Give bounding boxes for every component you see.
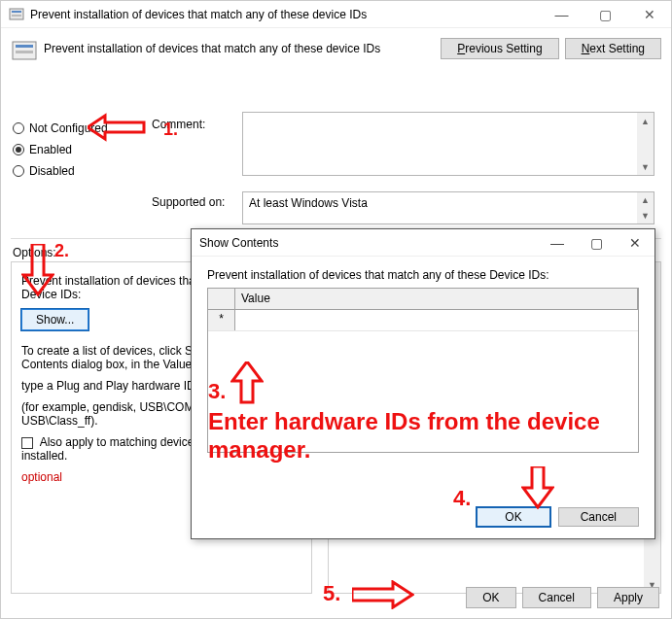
show-button[interactable]: Show... — [21, 309, 88, 330]
table-row[interactable]: * — [208, 310, 638, 331]
scroll-up-icon[interactable]: ▲ — [637, 192, 654, 208]
supported-box: At least Windows Vista ▲ ▼ — [242, 191, 654, 224]
next-setting-button[interactable]: Next Setting — [565, 38, 661, 59]
dialog-titlebar: Show Contents — ▢ ✕ — [192, 229, 654, 257]
close-button[interactable]: ✕ — [627, 1, 671, 27]
radio-not-configured-label: Not Configured — [29, 121, 108, 135]
maximize-button[interactable]: ▢ — [584, 1, 627, 27]
scroll-down-icon[interactable]: ▼ — [637, 158, 654, 175]
scroll-up-icon[interactable]: ▲ — [637, 113, 654, 129]
supported-label: Supported on: — [152, 195, 225, 209]
value-grid: Value * — [207, 288, 639, 453]
grid-header: Value — [208, 289, 638, 310]
dialog-title: Show Contents — [199, 236, 278, 250]
cancel-button[interactable]: Cancel — [522, 587, 591, 608]
policy-icon — [9, 7, 24, 22]
radio-enabled[interactable]: Enabled — [13, 143, 108, 156]
state-radios: Not Configured Enabled Disabled — [13, 114, 108, 186]
dialog-ok-button[interactable]: OK — [477, 507, 549, 527]
scroll-down-icon[interactable]: ▼ — [637, 208, 654, 224]
supported-value: At least Windows Vista — [249, 196, 368, 210]
radio-disabled[interactable]: Disabled — [13, 164, 108, 178]
window-title: Prevent installation of devices that mat… — [30, 8, 367, 21]
comment-label: Comment: — [152, 118, 205, 131]
dialog-cancel-button[interactable]: Cancel — [558, 507, 639, 527]
value-column-header: Value — [235, 289, 638, 309]
also-apply-checkbox[interactable] — [21, 437, 33, 449]
minimize-button[interactable]: — — [540, 1, 584, 27]
value-cell[interactable] — [235, 310, 638, 330]
show-contents-dialog: Show Contents — ▢ ✕ Prevent installation… — [191, 228, 655, 539]
ok-button[interactable]: OK — [466, 587, 515, 608]
comment-scrollbar[interactable]: ▲ ▼ — [637, 113, 654, 175]
dialog-maximize-button[interactable]: ▢ — [577, 229, 616, 256]
radio-not-configured[interactable]: Not Configured — [13, 121, 108, 135]
options-label: Options: — [13, 246, 56, 259]
dialog-minimize-button[interactable]: — — [538, 229, 577, 256]
row-marker: * — [208, 310, 235, 330]
radio-enabled-label: Enabled — [29, 143, 72, 156]
dialog-desc: Prevent installation of devices that mat… — [207, 268, 639, 282]
policy-title: Prevent installation of devices that mat… — [44, 38, 441, 55]
policy-large-icon — [11, 38, 38, 65]
radio-disabled-label: Disabled — [29, 164, 75, 178]
dialog-close-button[interactable]: ✕ — [616, 229, 654, 256]
previous-setting-button[interactable]: Previous Setting — [441, 38, 558, 59]
apply-button[interactable]: Apply — [597, 587, 659, 608]
svg-rect-4 — [16, 45, 33, 48]
svg-rect-2 — [12, 15, 21, 17]
comment-textarea[interactable]: ▲ ▼ — [242, 112, 654, 176]
titlebar: Prevent installation of devices that mat… — [1, 1, 671, 28]
svg-rect-1 — [12, 11, 21, 13]
grid-corner — [208, 289, 235, 309]
svg-rect-5 — [16, 51, 33, 53]
supported-scrollbar[interactable]: ▲ ▼ — [637, 192, 654, 224]
svg-rect-0 — [10, 9, 23, 19]
